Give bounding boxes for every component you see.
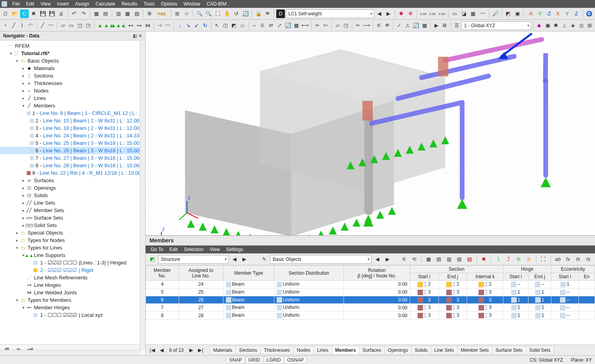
snap-end-icon[interactable]: ◈ (569, 21, 577, 30)
snap-grid-icon[interactable]: ⊞ (586, 21, 593, 30)
snap-toggle[interactable]: SNAP (226, 357, 245, 364)
member-curve-icon[interactable]: 〰 (47, 21, 55, 30)
snap-node-icon[interactable]: ◆ (535, 21, 543, 30)
paste-row-icon[interactable]: ⎗ (525, 255, 533, 264)
menu-assign[interactable]: Assign (72, 0, 92, 7)
mirror-icon[interactable]: ⇄ (267, 21, 275, 30)
rigid-link-icon[interactable]: ⊣ (156, 21, 163, 30)
grid-toggle[interactable]: GRID (246, 357, 263, 364)
trim-icon[interactable]: ✂ (354, 21, 362, 30)
zoom-icon[interactable]: 🔍 (195, 9, 204, 18)
table-next-icon[interactable]: ▶ (240, 255, 249, 264)
grid-icon[interactable]: ⊞ (173, 9, 182, 18)
table-menu-view[interactable]: View (207, 246, 223, 253)
snap-int-icon[interactable]: ✱ (552, 21, 560, 30)
view-type-icon[interactable]: 👁 (264, 9, 272, 18)
table-row[interactable]: 525BeamUniform0.00⌶ 3⌶ 3⌶ 311-- (146, 288, 595, 296)
surface-results-icon[interactable]: ▭ (451, 9, 459, 18)
create-solid-icon[interactable]: ◳ (342, 21, 350, 30)
tree-types-nodes[interactable]: ▸🗀Types for Nodes (0, 237, 145, 244)
col-auto-icon[interactable]: ▤ (434, 255, 443, 264)
tree-member-5[interactable]: 5 - Line No. 25 | Beam | 3 - W 8x18 | L … (0, 139, 145, 147)
spring-icon[interactable]: 〰 (164, 21, 172, 30)
tree-line-sets[interactable]: ▸╱╱Line Sets (0, 199, 145, 207)
table-menu-settings[interactable]: Settings (224, 246, 246, 253)
loadcase-dropdown[interactable]: LC1 Self-weight (286, 9, 374, 18)
results-force-icon[interactable]: ✱ (397, 9, 406, 18)
footer-tab-nodes[interactable]: Nodes (293, 346, 314, 355)
tree-solids[interactable]: ▸◳Solids (0, 192, 145, 199)
surface-icon[interactable]: ▱ (59, 21, 67, 30)
table-next2-icon[interactable]: ▶ (383, 255, 392, 264)
close-icon[interactable]: ✖ (30, 9, 38, 18)
save-all-icon[interactable]: 💾 (48, 9, 57, 18)
filter-icon[interactable]: ⚟ (375, 21, 382, 30)
release-icon[interactable]: ⊶ (135, 21, 143, 30)
cloud-icon[interactable]: C (20, 9, 29, 18)
last-page-icon[interactable]: ▶| (196, 346, 205, 355)
menu-view[interactable]: View (38, 0, 54, 7)
display-settings-icon[interactable]: ☰ (453, 21, 460, 30)
redo-icon[interactable]: ↷ (79, 9, 88, 18)
prev-loadcase-icon[interactable]: ◀ (375, 9, 384, 18)
next-page-icon[interactable]: ▶ (187, 346, 196, 355)
perspective-icon[interactable]: ▣ (513, 9, 522, 18)
tree-member-4[interactable]: 4 - Line No. 24 | Beam | 2 - W 8x31 | L … (0, 132, 145, 139)
tree-line-supports[interactable]: ▾▲▲Line Supports (0, 251, 145, 259)
menu-calculate[interactable]: Calculate (93, 0, 118, 7)
fx-ab-icon[interactable]: ab (554, 255, 562, 264)
tree-sections[interactable]: ▸⌶Sections (0, 72, 145, 79)
col-reset-icon[interactable]: ▨ (465, 255, 474, 264)
lgrid-toggle[interactable]: LGRID (264, 357, 284, 364)
results-moment-icon[interactable]: ✲ (407, 9, 415, 18)
calc-dlg-icon[interactable]: ⚙ (441, 21, 449, 30)
tree-file[interactable]: ▾📄Tutorial.rf6* (0, 50, 145, 57)
snap-perp-icon[interactable]: ⊥ (561, 21, 568, 30)
fullscreen-table-icon[interactable]: ⛶ (539, 255, 548, 264)
view-z-icon[interactable]: -Z (544, 9, 553, 18)
save-icon[interactable]: 💾 (39, 9, 47, 18)
footer-tab-solids[interactable]: Solids (411, 346, 431, 355)
copy-row-icon[interactable]: ⎘ (514, 255, 523, 264)
tree-types-members[interactable]: ▾🗀Types for Members (0, 296, 145, 304)
first-page-icon[interactable]: |◀ (148, 346, 157, 355)
surface-support-icon[interactable]: ▲▲▲ (114, 21, 123, 30)
model-data-icon[interactable]: ▦ (92, 9, 101, 18)
tree-member-3[interactable]: 3 - Line No. 16 | Beam | 2 - W 8x31 | L … (0, 124, 145, 132)
solid-icon[interactable]: ◳ (84, 21, 92, 30)
tree-member-hinges[interactable]: ▾⊷Member Hinges (0, 304, 145, 311)
tree-ls-1[interactable]: 1 - ☑☑☑ ☐☐☐ (Lines : 1-3) | Hinged (0, 259, 145, 266)
rotate-icon[interactable]: 🔄 (242, 9, 250, 18)
axes-icon[interactable]: ⊹ (182, 9, 191, 18)
tree-member-1[interactable]: 1 - Line No. 9 | Beam | 1 - CIRCLE_M1 12… (0, 109, 145, 117)
menu-window[interactable]: Window (181, 0, 203, 7)
tree-thicknesses[interactable]: ▸≡Thicknesses (0, 79, 145, 87)
fx-icon[interactable]: fx (564, 255, 572, 264)
tree-solid-sets[interactable]: ▸◳◳Solid Sets (0, 222, 145, 229)
plane-icon[interactable]: ▭ (67, 21, 75, 30)
tree-materials[interactable]: ▸◆Materials (0, 65, 145, 72)
view-y-icon[interactable]: -Y (535, 9, 544, 18)
select-icon[interactable]: ↖ (213, 21, 221, 30)
dimension-z-icon[interactable]: x.xx (438, 9, 446, 18)
node-icon[interactable]: • (2, 21, 9, 30)
snap-mid-icon[interactable]: ▣ (544, 21, 551, 30)
regenerate-icon[interactable]: 🔄 (412, 21, 420, 30)
load-nx-icon[interactable]: ↓ (176, 21, 184, 30)
structure-dropdown[interactable]: Structure (158, 255, 229, 264)
extend-icon[interactable]: ⟷ (301, 21, 309, 30)
tree-nodes[interactable]: ▸•Nodes (0, 87, 145, 94)
export-icon[interactable]: ⤴ (504, 255, 513, 264)
walkthrough-icon[interactable]: 🧿 (585, 9, 594, 18)
hinge-icon[interactable]: ⊷ (127, 21, 135, 30)
tree-member-2[interactable]: 2 - Line No. 15 | Beam | 2 - W 8x31 | L … (0, 117, 145, 124)
member-icon[interactable]: ╱ (39, 21, 46, 30)
table-prev-icon[interactable]: ◀ (230, 255, 239, 264)
filter-table-icon[interactable]: ⚟ (400, 255, 408, 264)
table-structure-icon[interactable]: ◩ (148, 255, 157, 264)
sync-selection-icon[interactable]: ⟲ (410, 255, 419, 264)
loads-icon[interactable]: ▤ (101, 9, 110, 18)
footer-tab-surfaces[interactable]: Surfaces (359, 346, 384, 355)
tree-member-7[interactable]: 7 - Line No. 27 | Beam | 3 - W 8x18 | L … (0, 154, 145, 162)
select-cross-icon[interactable]: ◩ (230, 21, 238, 30)
